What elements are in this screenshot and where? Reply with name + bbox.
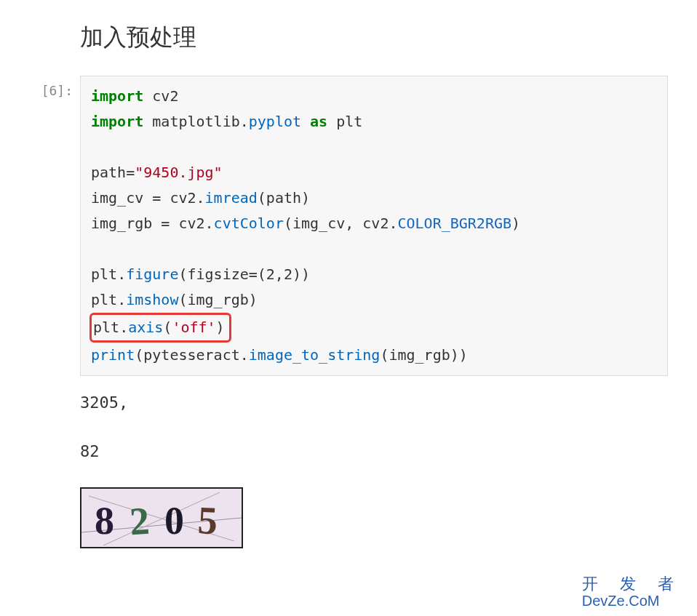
- output-line-2: 82: [80, 438, 668, 465]
- func-print: print: [91, 346, 135, 364]
- code-input[interactable]: import cv2 import matplotlib.pyplot as p…: [80, 76, 668, 376]
- cell-prompt: [6]:: [29, 76, 80, 98]
- cell-output: 3205, 82: [80, 389, 668, 465]
- captcha-digit: 8: [95, 499, 114, 543]
- module-ref: pytesseract: [143, 346, 239, 364]
- module-ref: plt: [91, 265, 117, 283]
- submodule-pyplot: pyplot: [249, 113, 301, 130]
- var-imgcv: img_cv: [91, 189, 143, 207]
- alias-plt: plt: [336, 113, 362, 130]
- args: (img_rgb): [380, 346, 458, 364]
- captcha-digit: 2: [128, 499, 151, 544]
- op-eq: =: [152, 189, 161, 207]
- paren-close: ): [459, 346, 468, 364]
- module-ref: cv2: [362, 215, 389, 232]
- keyword-as: as: [310, 113, 327, 130]
- func-axis: axis: [128, 319, 163, 336]
- keyword-import: import: [91, 87, 143, 105]
- const-bgr2rgb: COLOR_BGR2RGB: [398, 215, 512, 232]
- output-line-1: 3205,: [80, 389, 668, 416]
- paren-close: ): [511, 215, 520, 232]
- notebook-cell: [6]: import cv2 import matplotlib.pyplot…: [29, 76, 668, 376]
- paren-open: (: [163, 319, 172, 336]
- var-path: path: [91, 164, 126, 181]
- op-eq: =: [126, 164, 135, 181]
- keyword-import: import: [91, 113, 143, 130]
- func-cvtcolor: cvtColor: [214, 215, 284, 232]
- module-matplotlib: matplotlib: [152, 113, 239, 130]
- string-off: 'off': [172, 319, 215, 336]
- string-literal: "9450.jpg": [135, 164, 222, 181]
- module-ref: plt: [93, 319, 119, 336]
- output-image-captcha: 8 2 0 5: [80, 487, 243, 548]
- var-imgrgb: img_rgb: [91, 215, 152, 232]
- captcha-digit: 5: [196, 498, 218, 543]
- paren-close: ): [216, 319, 225, 336]
- op-eq: =: [161, 215, 170, 232]
- section-heading: 加入预处理: [80, 22, 668, 54]
- paren-open: (: [135, 346, 143, 364]
- args: (path): [258, 189, 310, 207]
- args: (img_rgb): [178, 291, 257, 308]
- comma: ,: [345, 215, 362, 232]
- arg: img_cv: [292, 215, 345, 232]
- highlighted-line: plt.axis('off'): [89, 313, 231, 343]
- module-ref: cv2: [170, 189, 196, 207]
- captcha-digit: 0: [164, 499, 184, 543]
- module-ref: cv2: [178, 215, 204, 232]
- func-imshow: imshow: [126, 291, 178, 308]
- func-figure: figure: [126, 265, 178, 283]
- func-image-to-string: image_to_string: [249, 346, 381, 364]
- args: (figsize=(2,2)): [178, 265, 310, 283]
- module-ref: plt: [91, 291, 117, 308]
- paren-open: (: [284, 215, 292, 232]
- func-imread: imread: [205, 189, 258, 207]
- module-cv2: cv2: [152, 87, 178, 105]
